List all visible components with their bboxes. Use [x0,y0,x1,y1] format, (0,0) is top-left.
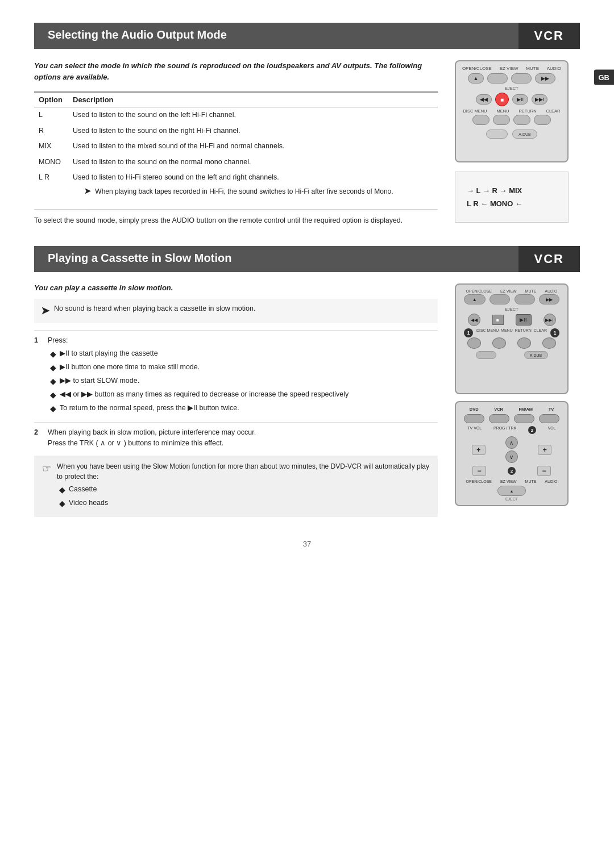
r2-btn-play[interactable]: ▶II [516,314,532,326]
btn-clear[interactable] [534,115,551,125]
step1-bullets: ◆ ▶II to start playing the cassette ◆ ▶I… [48,348,349,415]
r2-btn-stop[interactable]: ■ [492,315,504,325]
circle-badge-2b: 2 [508,467,516,475]
btn-small1[interactable] [486,130,508,139]
r3-row3: − 2 − [462,466,562,476]
table-option: L [34,107,68,123]
r3-up-btn[interactable]: ∧ [505,436,518,449]
table-option: R [34,123,68,139]
label-menu2: MENU [501,328,513,337]
label-dvd: DVD [470,407,479,412]
step-2: 2 When playing back in slow motion, pict… [34,422,438,449]
step1-content: Press: ◆ ▶II to start playing the casset… [48,335,349,416]
remote-image-2: OPEN/CLOSE EZ VIEW MUTE AUDIO ▲ ▶▶ EJECT… [455,283,569,394]
label-fmam: FM/AM [519,407,533,412]
r3-nav-col: ∧ ∨ [505,436,518,463]
diagram-row2: L R ← MONO ← [467,199,557,208]
btn-stop[interactable]: ■ [495,93,509,106]
label-ez-view3: EZ VIEW [500,479,517,483]
r3-minus-vol[interactable]: − [537,466,551,476]
btn-adub[interactable]: A.DUB [512,130,537,139]
r2-eject-label: EJECT [462,307,562,312]
r3-minus-tvvol[interactable]: − [472,466,486,476]
btn-ff[interactable]: ▶▶I [532,94,547,105]
note-content: When you have been using the Slow Motion… [57,461,430,511]
r3-btn-eject[interactable]: ▲ [497,486,526,496]
table-col-desc: Description [68,92,438,107]
btn-menu[interactable] [493,115,510,125]
section2-left: You can play a cassette in slow motion. … [34,283,438,516]
r2-btn-disc[interactable] [467,337,481,349]
btn-oval3[interactable]: ▶▶ [535,73,555,84]
table-option: L R [34,170,68,200]
label-return2: RETURN [515,328,532,337]
r2-circled-row: 1 DISC MENU MENU RETURN CLEAR 1 [462,328,562,337]
r2-btn-1[interactable] [489,294,510,304]
section2-header: Playing a Cassette in Slow Motion VCR [34,246,580,272]
r3-plus-vol[interactable]: + [538,445,551,455]
label-menu: MENU [496,108,509,114]
section1-content: You can select the mode in which the sou… [34,60,580,226]
r3-btn-tv[interactable] [539,414,559,423]
table-desc: Used to listen to Hi-Fi stereo sound on … [68,170,438,200]
r2-btn-adub[interactable]: A.DUB [524,351,548,359]
bullet-item: ◆ ▶II to start playing the cassette [50,348,349,360]
remote-image-3: DVD VCR FM/AM TV TV VOL PROG / TRK 2 VOL [455,401,569,506]
bullet-icon: ◆ [59,498,65,510]
bullet-icon: ◆ [50,362,56,374]
r3-labels2: TV VOL PROG / TRK 2 VOL [462,426,562,434]
btn-disc-menu[interactable] [472,115,489,125]
section1-right: GB OPEN/CLOSE EZ VIEW MUTE AUDIO ▲ ▶▶ EJ… [455,60,580,226]
note-bullets: ◆ Cassette ◆ Video heads [57,484,430,510]
label-open-close3: OPEN/CLOSE [466,479,492,483]
r3-plus-tvvol[interactable]: + [472,445,486,455]
tip-arrow-icon: ➤ [41,303,49,319]
table-col-option: Option [34,92,68,107]
r3-btn-vcr[interactable] [489,414,509,423]
table-desc: Used to listen to the sound on the left … [68,107,438,123]
table-row: R Used to listen to the sound on the rig… [34,123,438,139]
r3-down-btn[interactable]: ∨ [505,450,518,463]
section2-title: Playing a Cassette in Slow Motion [34,246,518,272]
tip-text: No sound is heard when playing back a ca… [54,303,255,314]
bullet-item: ◆ ◀◀ or ▶▶ button as many times as requi… [50,389,349,401]
tip-box: ➤ No sound is heard when playing back a … [34,299,438,323]
remote-row-4 [472,115,551,125]
btn-eject[interactable]: ▲ [468,73,484,84]
bullet-icon: ◆ [50,389,56,401]
label-clear2: CLEAR [534,328,547,337]
r2-btn-bottom1[interactable] [476,351,496,359]
btn-rew[interactable]: ◀◀ [476,94,492,105]
r3-btn-fmam[interactable] [514,414,534,423]
table-row: L R Used to listen to Hi-Fi stereo sound… [34,170,438,200]
note-box: ☞ When you have been using the Slow Moti… [34,456,438,517]
btn-oval2[interactable] [511,73,532,84]
label-prog-trk: PROG / TRK [493,426,516,434]
r2-btn-return[interactable] [517,337,531,349]
r2-row1: ▲ ▶▶ [462,294,562,304]
section2: Playing a Cassette in Slow Motion VCR Yo… [34,246,580,516]
btn-return[interactable] [513,115,530,125]
r3-top-labels: DVD VCR FM/AM TV [462,407,562,412]
r2-btn-eject[interactable]: ▲ [464,294,486,304]
remote-row-1: ▲ ▶▶ [468,73,555,84]
table-row: MONO Used to listen to the sound on the … [34,155,438,170]
step-1: 1 Press: ◆ ▶II to start playing the cass… [34,330,438,416]
r2-btn-3[interactable]: ▶▶ [539,294,559,304]
remote-row-5: A.DUB [486,130,537,139]
eject-label3: EJECT [462,497,562,501]
r2-btn-2[interactable] [515,294,535,304]
section1-title: Selecting the Audio Output Mode [34,23,518,49]
r3-labels3: OPEN/CLOSE EZ VIEW MUTE AUDIO [462,479,562,483]
r2-labels2: DISC MENU MENU RETURN CLEAR [475,328,548,337]
r2-btn-menu[interactable] [492,337,506,349]
table-row: MIX Used to listen to the mixed sound of… [34,139,438,155]
r2-btn-rew[interactable]: ◀◀ [468,314,480,326]
r2-btn-clear[interactable] [542,337,556,349]
btn-play-pause[interactable]: ▶II [512,94,528,105]
note-bullet: ◆ Video heads [59,498,430,510]
label-ez-view2: EZ VIEW [500,289,517,293]
r3-btn-dvd[interactable] [464,414,484,423]
btn-oval1[interactable] [487,73,508,84]
r2-btn-ff[interactable]: ▶▶I [544,314,556,326]
